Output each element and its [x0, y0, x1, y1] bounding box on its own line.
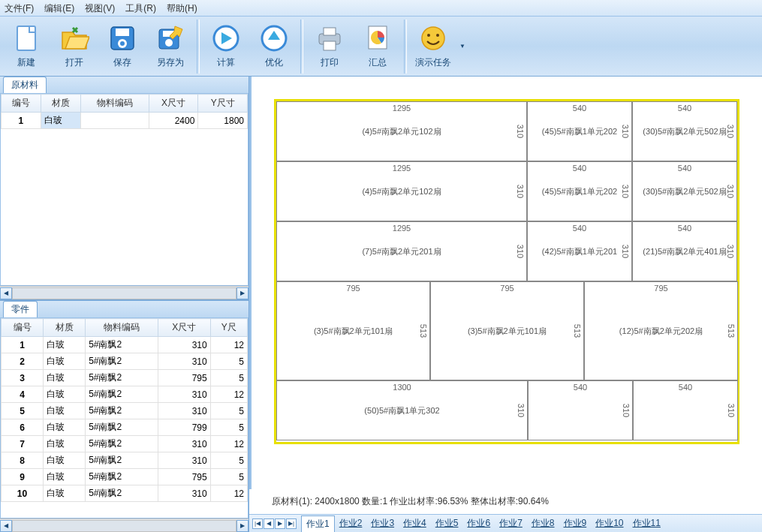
svg-point-7 [165, 39, 173, 47]
demo-button[interactable]: 演示任务 [410, 20, 456, 74]
materials-tab[interactable]: 原材料 [3, 77, 47, 93]
cut-piece: 1300(50)5#南飘1单元302310 [276, 380, 528, 440]
materials-hscroll[interactable]: ◀▶ [0, 286, 248, 299]
table-row[interactable]: 3白玻5#南飘27955 [2, 370, 248, 386]
job-tab[interactable]: 作业1 [301, 515, 335, 532]
svg-rect-11 [324, 28, 336, 35]
print-icon [315, 23, 345, 53]
cutting-layout: 1295(4)5#南飘2单元102扇310540(45)5#南飘1单元20231… [249, 77, 762, 489]
job-tab[interactable]: 作业9 [559, 515, 592, 532]
new-button[interactable]: 新建 [3, 20, 50, 74]
table-row[interactable]: 6白玻5#南飘27995 [2, 419, 248, 436]
svg-rect-12 [324, 41, 336, 50]
job-tab[interactable]: 作业11 [628, 515, 665, 532]
new-icon [11, 23, 41, 53]
col-header[interactable]: 编号 [2, 319, 44, 337]
table-row[interactable]: 1白玻24001800 [2, 113, 248, 129]
col-header[interactable]: 材质 [41, 95, 80, 113]
svg-rect-2 [116, 29, 129, 36]
materials-tab-bar: 原材料 [0, 77, 248, 93]
summary-button[interactable]: 汇总 [354, 20, 401, 74]
menu-item[interactable]: 编辑(E) [44, 2, 74, 14]
calc-icon [211, 23, 241, 53]
menu-item[interactable]: 视图(V) [85, 2, 115, 14]
save-icon [107, 23, 137, 53]
sheet: 1295(4)5#南飘2单元102扇310540(45)5#南飘1单元20231… [274, 99, 739, 444]
cut-piece: 540310 [633, 380, 738, 440]
cut-piece: 540(30)5#南飘2单元502扇310 [632, 161, 737, 221]
job-tabs: |◀ ◀ ▶ ▶| 作业1作业2作业3作业4作业5作业6作业7作业8作业9作业1… [249, 514, 762, 532]
cut-piece: 540(42)5#南飘1单元201310 [527, 221, 632, 281]
optimize-icon [259, 23, 289, 53]
nav-last[interactable]: ▶| [286, 518, 297, 529]
cut-piece: 795(3)5#南飘2单元101扇513 [276, 281, 430, 380]
cut-piece: 540(30)5#南飘2单元502扇310 [632, 101, 737, 161]
cut-piece: 540(21)5#南飘2单元401扇310 [632, 221, 737, 281]
parts-tab-bar: 零件 [0, 301, 248, 317]
job-tab[interactable]: 作业8 [527, 515, 559, 532]
toolbar: 新建打开保存另存为计算优化打印汇总演示任务▼ [0, 17, 762, 77]
cut-piece: 1295(4)5#南飘2单元102扇310 [276, 161, 527, 221]
svg-rect-0 [17, 26, 35, 50]
menu-item[interactable]: 文件(F) [5, 2, 34, 14]
svg-point-17 [436, 34, 439, 37]
table-row[interactable]: 8白玻5#南飘23105 [2, 452, 248, 469]
nav-prev[interactable]: ◀ [264, 518, 274, 529]
toolbar-dropdown[interactable]: ▼ [458, 20, 467, 74]
info-line: 原材料(1): 2400x1800 数量:1 作业出材率:96.53% 整体出材… [249, 489, 762, 514]
job-tab[interactable]: 作业6 [462, 515, 495, 532]
col-header[interactable]: 物料编码 [80, 95, 149, 113]
table-row[interactable]: 4白玻5#南飘231012 [2, 386, 248, 403]
table-row[interactable]: 10白玻5#南飘231012 [2, 485, 248, 502]
job-tab[interactable]: 作业10 [591, 515, 628, 532]
job-tab[interactable]: 作业5 [431, 515, 463, 532]
table-row[interactable]: 5白玻5#南飘23105 [2, 403, 248, 419]
col-header[interactable]: 编号 [2, 95, 41, 113]
svg-point-16 [427, 34, 430, 37]
print-button[interactable]: 打印 [306, 20, 353, 74]
cut-piece: 540(45)5#南飘1单元202310 [527, 101, 632, 161]
table-row[interactable]: 9白玻5#南飘27955 [2, 469, 248, 485]
menu-bar: 文件(F)编辑(E)视图(V)工具(R)帮助(H) [0, 0, 762, 17]
parts-grid[interactable]: 编号材质物料编码X尺寸Y尺1白玻5#南飘2310122白玻5#南飘231053白… [1, 318, 248, 502]
job-tab[interactable]: 作业7 [495, 515, 527, 532]
job-tab[interactable]: 作业4 [399, 515, 431, 532]
cut-piece: 795(12)5#南飘2单元202扇513 [584, 281, 738, 380]
menu-item[interactable]: 帮助(H) [167, 2, 197, 14]
nav-first[interactable]: |◀ [252, 518, 263, 529]
svg-point-15 [422, 27, 444, 50]
col-header[interactable]: Y尺寸 [198, 95, 248, 113]
job-tab[interactable]: 作业2 [335, 515, 367, 532]
cut-piece: 795(3)5#南飘2单元101扇513 [430, 281, 584, 380]
menu-item[interactable]: 工具(R) [125, 2, 156, 14]
nav-next[interactable]: ▶ [275, 518, 285, 529]
col-header[interactable]: Y尺 [210, 319, 247, 337]
open-button[interactable]: 打开 [51, 20, 98, 74]
col-header[interactable]: X尺寸 [149, 95, 198, 113]
demo-icon [418, 23, 448, 53]
table-row[interactable]: 1白玻5#南飘231012 [2, 337, 248, 353]
table-row[interactable]: 7白玻5#南飘231012 [2, 436, 248, 452]
job-tab[interactable]: 作业3 [366, 515, 399, 532]
saveas-icon [155, 23, 185, 53]
materials-grid[interactable]: 编号材质物料编码X尺寸Y尺寸1白玻24001800 [1, 94, 248, 129]
cut-piece: 1295(4)5#南飘2单元102扇310 [276, 101, 527, 161]
save-button[interactable]: 保存 [99, 20, 146, 74]
open-icon [59, 23, 89, 53]
table-row[interactable]: 2白玻5#南飘23105 [2, 353, 248, 370]
calc-button[interactable]: 计算 [203, 20, 249, 74]
col-header[interactable]: 材质 [44, 319, 86, 337]
cut-piece: 540(45)5#南飘1单元202310 [527, 161, 632, 221]
col-header[interactable]: X尺寸 [158, 319, 210, 337]
svg-point-4 [120, 41, 125, 46]
cut-piece: 540310 [528, 380, 633, 440]
cut-piece: 1295(7)5#南飘2单元201扇310 [276, 221, 527, 281]
saveas-button[interactable]: 另存为 [147, 20, 194, 74]
parts-hscroll[interactable]: ◀▶ [0, 518, 248, 532]
col-header[interactable]: 物料编码 [86, 319, 158, 337]
optimize-button[interactable]: 优化 [251, 20, 297, 74]
summary-icon [363, 23, 393, 53]
parts-tab[interactable]: 零件 [3, 301, 38, 317]
